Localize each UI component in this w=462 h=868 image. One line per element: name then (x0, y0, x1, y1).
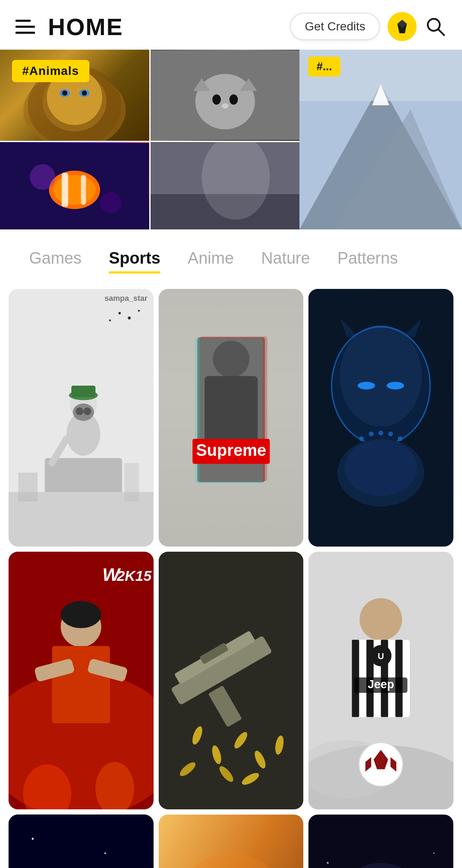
svg-rect-52 (124, 463, 139, 502)
wallpaper-skater[interactable]: sampa_star (9, 289, 154, 547)
svg-point-36 (118, 312, 121, 315)
svg-point-122 (32, 838, 34, 840)
svg-point-35 (128, 317, 131, 320)
svg-point-16 (212, 95, 221, 105)
wallpaper-space[interactable] (9, 814, 154, 868)
svg-point-103 (360, 598, 402, 641)
svg-point-67 (358, 382, 375, 389)
header-right: Get Credits (290, 12, 447, 41)
tab-nature[interactable]: Nature (248, 245, 324, 272)
wallpaper-grid: sampa_star (0, 280, 462, 868)
menu-button[interactable] (15, 20, 35, 34)
svg-point-73 (379, 431, 383, 435)
search-button[interactable] (424, 15, 447, 38)
get-credits-button[interactable]: Get Credits (290, 13, 380, 40)
svg-rect-51 (18, 473, 38, 502)
wallpaper-wwe[interactable]: W 2K15 (9, 552, 154, 809)
banner-section: #Animals (0, 50, 462, 229)
svg-point-71 (359, 436, 364, 441)
gem-icon (394, 18, 410, 35)
svg-point-44 (76, 407, 83, 415)
svg-line-3 (438, 29, 444, 35)
tab-anime[interactable]: Anime (174, 245, 248, 272)
banner-mountain-image[interactable]: #... (299, 50, 462, 229)
svg-point-21 (53, 175, 96, 205)
wallpaper-warm[interactable] (159, 814, 304, 868)
app-header: HOME Get Credits (0, 0, 462, 50)
page-title: HOME (48, 13, 123, 41)
svg-point-45 (83, 407, 91, 415)
svg-point-11 (82, 91, 87, 96)
svg-point-24 (30, 164, 56, 190)
svg-point-18 (222, 103, 228, 108)
wallpaper-cr7[interactable]: U Jeep (308, 552, 453, 809)
svg-point-82 (61, 601, 101, 628)
banner-scroll[interactable]: #Animals (0, 50, 462, 229)
svg-rect-23 (81, 175, 86, 205)
svg-rect-118 (9, 814, 154, 868)
banner-mountain-tag: #... (308, 56, 341, 77)
svg-point-70 (345, 440, 417, 496)
banner-cat-image[interactable] (151, 50, 300, 141)
tab-games[interactable]: Games (15, 245, 95, 272)
wallpaper-supreme[interactable]: Supreme (159, 289, 304, 547)
svg-point-17 (229, 95, 238, 105)
wallpaper-blackpanther[interactable] (308, 289, 453, 547)
premium-icon-button[interactable] (388, 12, 417, 41)
header-left: HOME (15, 13, 123, 41)
svg-text:U: U (378, 651, 384, 661)
banner-extra-image[interactable] (151, 142, 300, 229)
tab-sports[interactable]: Sports (95, 245, 174, 272)
svg-rect-79 (52, 646, 110, 723)
svg-rect-22 (62, 173, 68, 207)
svg-point-75 (398, 436, 403, 441)
category-tabs: Games Sports Anime Nature Patterns (0, 229, 462, 280)
banner-fish-image[interactable] (0, 142, 149, 229)
svg-text:Supreme: Supreme (196, 441, 266, 459)
tab-patterns[interactable]: Patterns (324, 245, 412, 272)
svg-point-38 (138, 310, 140, 312)
svg-rect-40 (45, 458, 122, 496)
wallpaper-gun[interactable] (159, 552, 304, 809)
svg-text:Jeep: Jeep (368, 678, 394, 691)
svg-text:2K15: 2K15 (116, 568, 152, 584)
watermark-skater: sampa_star (105, 294, 148, 303)
svg-point-63 (340, 325, 422, 427)
svg-point-72 (369, 431, 373, 436)
svg-point-10 (62, 91, 67, 96)
svg-rect-47 (71, 386, 95, 397)
search-icon (424, 15, 447, 38)
wallpaper-dark[interactable] (308, 814, 453, 868)
svg-point-123 (104, 853, 106, 854)
svg-point-136 (433, 853, 435, 854)
banner-tag: #Animals (12, 60, 89, 82)
svg-point-74 (388, 431, 393, 436)
svg-point-25 (100, 192, 121, 214)
svg-point-37 (109, 319, 111, 321)
svg-point-135 (327, 862, 329, 864)
svg-point-57 (213, 341, 249, 378)
svg-point-68 (387, 382, 404, 389)
svg-rect-131 (308, 814, 453, 868)
